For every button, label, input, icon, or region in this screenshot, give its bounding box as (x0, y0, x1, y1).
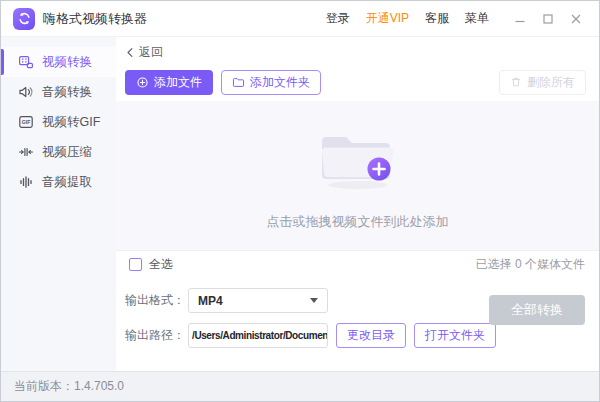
add-folder-illustration-icon (312, 121, 404, 193)
select-all-label: 全选 (149, 256, 173, 273)
video-convert-icon (18, 54, 34, 70)
login-link[interactable]: 登录 (326, 10, 350, 27)
statusbar: 当前版本：1.4.705.0 (1, 371, 599, 401)
output-path-label: 输出路径： (125, 327, 188, 344)
app-window: 嗨格式视频转换器 登录 开通VIP 客服 菜单 (0, 0, 600, 402)
back-button[interactable]: 返回 (116, 37, 599, 63)
delete-all-label: 删除所有 (527, 74, 575, 91)
selection-row: 全选 已选择 0 个媒体文件 (116, 250, 599, 277)
selected-count-text: 已选择 0 个媒体文件 (476, 256, 585, 273)
sidebar-item-label: 视频转GIF (42, 114, 100, 131)
add-folder-button[interactable]: 添加文件夹 (221, 70, 321, 95)
audio-convert-icon (18, 84, 34, 100)
convert-all-button[interactable]: 全部转换 (489, 295, 585, 325)
customer-service-link[interactable]: 客服 (425, 10, 449, 27)
toolbar: 添加文件 添加文件夹 删除所有 (116, 63, 599, 101)
open-folder-button[interactable]: 打开文件夹 (414, 323, 496, 348)
app-body: 视频转换 音频转换 GIF (1, 37, 599, 371)
video-compress-icon (18, 144, 34, 160)
app-title: 嗨格式视频转换器 (43, 10, 147, 28)
window-controls (503, 8, 587, 30)
menu-link[interactable]: 菜单 (465, 10, 489, 27)
maximize-icon[interactable] (537, 8, 559, 30)
output-settings: 输出格式： MP4 输出路径： /Users/Administrator/Doc… (116, 277, 599, 371)
sidebar-item-video-to-gif[interactable]: GIF 视频转GIF (1, 107, 116, 137)
add-folder-label: 添加文件夹 (250, 74, 310, 91)
output-path-field[interactable]: /Users/Administrator/Documents (188, 323, 328, 348)
sidebar-item-video-convert[interactable]: 视频转换 (1, 47, 116, 77)
change-directory-button[interactable]: 更改目录 (336, 323, 406, 348)
sidebar-item-audio-extract[interactable]: 音频提取 (1, 167, 116, 197)
output-path-row: 输出路径： /Users/Administrator/Documents 更改目… (125, 323, 585, 348)
output-format-label: 输出格式： (125, 292, 188, 309)
titlebar-right: 登录 开通VIP 客服 菜单 (310, 8, 587, 30)
version-text: 当前版本：1.4.705.0 (14, 378, 124, 395)
titlebar: 嗨格式视频转换器 登录 开通VIP 客服 菜单 (1, 1, 599, 37)
add-file-label: 添加文件 (154, 74, 202, 91)
output-format-select[interactable]: MP4 (188, 288, 328, 313)
sidebar-item-audio-convert[interactable]: 音频转换 (1, 77, 116, 107)
sidebar-item-label: 视频转换 (42, 54, 92, 71)
minimize-icon[interactable] (509, 8, 531, 30)
add-file-button[interactable]: 添加文件 (125, 70, 213, 95)
plus-circle-icon (136, 76, 149, 89)
sidebar-item-label: 音频转换 (42, 84, 92, 101)
app-logo-icon (13, 8, 35, 30)
vip-link[interactable]: 开通VIP (366, 10, 409, 27)
sidebar-item-label: 视频压缩 (42, 144, 92, 161)
chevron-left-icon (125, 47, 136, 58)
sidebar-item-label: 音频提取 (42, 174, 92, 191)
drop-zone[interactable]: 点击或拖拽视频文件到此处添加 (116, 101, 599, 250)
chevron-down-icon (310, 298, 318, 303)
video-to-gif-icon: GIF (18, 114, 34, 130)
folder-icon (232, 76, 245, 89)
sidebar: 视频转换 音频转换 GIF (1, 37, 116, 371)
audio-extract-icon (18, 174, 34, 190)
output-format-value: MP4 (198, 294, 223, 308)
delete-all-button[interactable]: 删除所有 (499, 70, 586, 95)
select-all-checkbox[interactable] (129, 258, 142, 271)
dropzone-hint: 点击或拖拽视频文件到此处添加 (267, 213, 449, 231)
close-icon[interactable] (565, 8, 587, 30)
trash-icon (510, 76, 522, 88)
back-label: 返回 (139, 44, 163, 61)
sidebar-item-video-compress[interactable]: 视频压缩 (1, 137, 116, 167)
svg-text:GIF: GIF (22, 119, 31, 125)
main-panel: 返回 添加文件 添加文件 (116, 37, 599, 371)
